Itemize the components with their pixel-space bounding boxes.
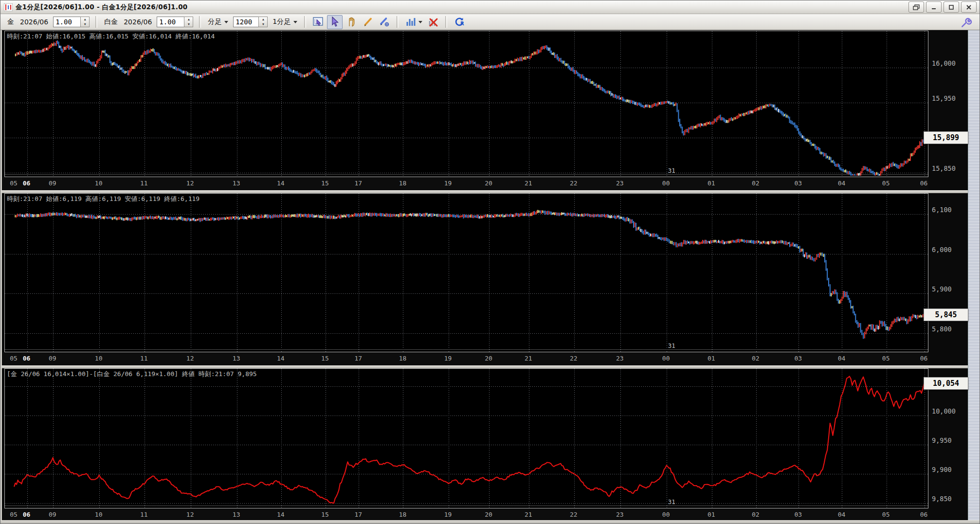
- interval-dropdown[interactable]: 1分足: [272, 18, 297, 26]
- time-tick-label: 20: [480, 355, 497, 362]
- price-tick-label: 9,850: [932, 494, 952, 503]
- time-tick-label: 17: [350, 355, 366, 362]
- window-title: 金1分足[2026/06]1.00 - 白金1分足[2026/06]1.00: [16, 3, 188, 12]
- chevron-down-icon: [293, 21, 297, 23]
- time-tick-label: 10: [91, 511, 107, 518]
- interval-value: 1分足: [272, 18, 290, 26]
- pan-hand-button[interactable]: [344, 15, 359, 29]
- platinum-1min-series: [15, 210, 924, 339]
- time-tick-label: 01: [703, 180, 720, 187]
- price-tick-label: 5,900: [932, 285, 952, 293]
- time-tick-label: 19: [440, 180, 456, 187]
- time-tick-label: 15: [317, 180, 333, 187]
- toolbar: 金 2026/06 ▲▼ 白金 2026/06 ▲▼ 分足 ▲▼ 1分足: [0, 14, 980, 30]
- cascade-windows-button[interactable]: [908, 1, 924, 13]
- candlestick-app-icon: [4, 3, 13, 11]
- time-tick-label: 05: [878, 355, 894, 362]
- time-tick-label: 05: [878, 180, 894, 187]
- price-tick-label: 6,000: [932, 245, 952, 254]
- time-tick-label: 04: [833, 180, 850, 187]
- chart-area: 時刻:21:07 始値:16,015 高値:16,015 安値:16,014 終…: [2, 30, 969, 521]
- gold-platinum-spread-ohlc-info: [金 26/06 16,014×1.00]-[白金 26/06 6,119×1.…: [7, 370, 257, 379]
- toolbar-separator: [445, 16, 447, 28]
- settings-wrench-icon[interactable]: [960, 16, 973, 31]
- platinum-1min-chart-svg: [5, 194, 928, 352]
- time-tick-label: 06: [18, 355, 35, 362]
- platinum-label: 白金: [104, 18, 118, 26]
- gold-multiplier-arrows[interactable]: ▲▼: [80, 17, 90, 27]
- bar-type-dropdown[interactable]: 分足: [208, 18, 228, 26]
- draw-tool-button[interactable]: [377, 15, 392, 29]
- price-tick-label: 15,850: [932, 164, 956, 173]
- time-tick-label: 22: [565, 355, 582, 362]
- time-tick-label: 15: [317, 355, 333, 362]
- time-tick-label: 09: [44, 180, 61, 187]
- time-tick-label: 19: [440, 355, 456, 362]
- gold-1min-price-axis: 16,00015,95015,85015,899: [928, 31, 969, 190]
- pen-target-icon: [379, 16, 390, 28]
- time-tick-label: 02: [747, 355, 764, 362]
- time-tick-label: 03: [790, 511, 806, 518]
- time-tick-label: 19: [440, 511, 456, 518]
- chart-application-window: 金1分足[2026/06]1.00 - 白金1分足[2026/06]1.00: [0, 0, 980, 524]
- select-cursor-button[interactable]: [327, 15, 343, 29]
- time-tick-label: 14: [272, 180, 289, 187]
- minimize-button[interactable]: [926, 1, 942, 13]
- platinum-1min-time-axis: 0506091011121314151718192021222300010203…: [2, 352, 928, 365]
- gold-multiplier-input[interactable]: [53, 17, 80, 27]
- platinum-multiplier-arrows[interactable]: ▲▼: [184, 17, 193, 27]
- platinum-multiplier-input[interactable]: [157, 17, 184, 27]
- draw-line-button[interactable]: [360, 15, 376, 29]
- time-tick-label: 00: [658, 511, 674, 518]
- gold-platinum-spread-last-price-badge: 10,054: [924, 377, 968, 390]
- remove-indicator-button[interactable]: [425, 15, 441, 29]
- time-tick-label: 01: [703, 355, 720, 362]
- gold-1min-chart-svg: [5, 31, 928, 177]
- time-tick-label: 15: [317, 511, 333, 518]
- time-tick-label: 18: [394, 180, 411, 187]
- gold-platinum-spread-time-axis: 0506091011121314151718192021222300010203…: [2, 508, 928, 522]
- platinum-1min-ohlc-info: 時刻:21:07 始値:6,119 高値:6,119 安値:6,119 終値:6…: [7, 195, 200, 203]
- gold-platinum-spread-plot[interactable]: [金 26/06 16,014×1.00]-[白金 26/06 6,119×1.…: [4, 368, 928, 508]
- data-window-button[interactable]: [310, 15, 326, 29]
- time-tick-label: 20: [480, 511, 497, 518]
- toolbar-separator: [95, 16, 97, 28]
- indicator-histogram-button[interactable]: [403, 15, 424, 29]
- bar-type-value: 分足: [208, 18, 221, 26]
- price-tick-label: 9,950: [932, 436, 952, 445]
- time-tick-label: 11: [136, 511, 152, 518]
- gold-1min-plot[interactable]: 時刻:21:07 始値:16,015 高値:16,015 安値:16,014 終…: [4, 31, 928, 177]
- time-tick-label: 10: [91, 355, 107, 362]
- maximize-icon: [948, 4, 954, 10]
- toolbar-separator: [304, 16, 306, 28]
- close-button[interactable]: [961, 1, 977, 13]
- bar-count-arrows[interactable]: ▲▼: [258, 17, 268, 27]
- grid-lines: [5, 369, 928, 508]
- refresh-button[interactable]: R: [452, 15, 467, 29]
- time-tick-label: 00: [658, 180, 674, 187]
- maximize-button[interactable]: [944, 1, 959, 13]
- platinum-1min-plot[interactable]: 時刻:21:07 始値:6,119 高値:6,119 安値:6,119 終値:6…: [4, 193, 928, 352]
- time-tick-label: 04: [833, 355, 850, 362]
- time-tick-label: 04: [833, 511, 850, 518]
- bar-count-stepper[interactable]: ▲▼: [233, 17, 268, 27]
- time-tick-label: 00: [658, 355, 674, 362]
- time-tick-label: 14: [272, 355, 289, 362]
- bar-count-input[interactable]: [233, 17, 258, 27]
- title-bar[interactable]: 金1分足[2026/06]1.00 - 白金1分足[2026/06]1.00: [0, 0, 980, 14]
- histogram-icon: [405, 16, 417, 28]
- chart-panel-gold-platinum-spread: [金 26/06 16,014×1.00]-[白金 26/06 6,119×1.…: [2, 368, 969, 522]
- platinum-multiplier-stepper[interactable]: ▲▼: [157, 17, 193, 27]
- date-marker: 31: [668, 167, 675, 174]
- price-tick-label: 9,900: [932, 465, 952, 474]
- time-tick-label: 21: [520, 355, 537, 362]
- time-tick-label: 22: [565, 511, 582, 518]
- right-scroll-gutter[interactable]: [968, 30, 980, 523]
- gold-1min-series: [16, 40, 925, 176]
- cascade-windows-icon: [913, 4, 920, 10]
- time-tick-label: 20: [480, 180, 497, 187]
- chart-panel-platinum-1min: 時刻:21:07 始値:6,119 高値:6,119 安値:6,119 終値:6…: [2, 193, 969, 365]
- time-tick-label: 13: [228, 180, 245, 187]
- time-tick-label: 06: [18, 511, 35, 518]
- gold-multiplier-stepper[interactable]: ▲▼: [53, 17, 90, 27]
